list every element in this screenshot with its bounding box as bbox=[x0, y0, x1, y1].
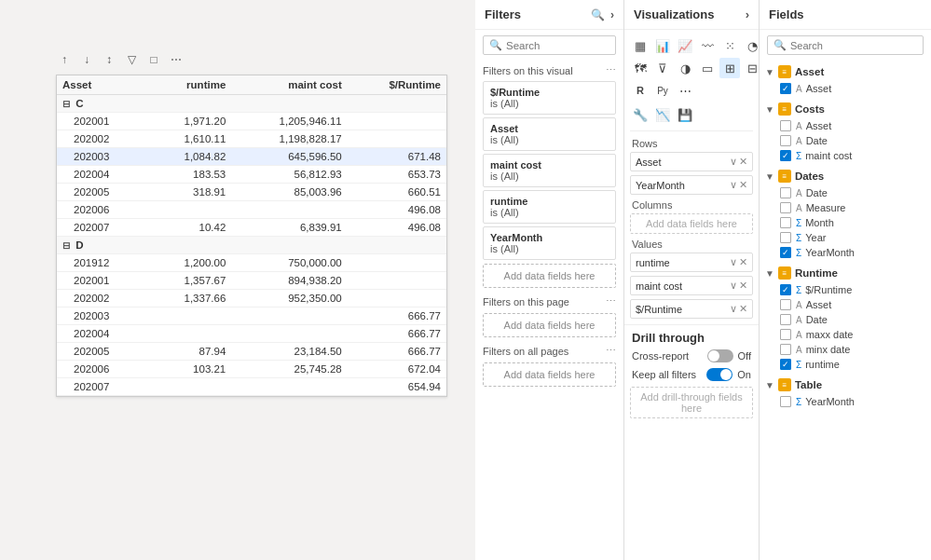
viz-format-icon[interactable]: 🔧 bbox=[630, 104, 650, 125]
filter-card-runtime[interactable]: runtime is (All) bbox=[483, 190, 616, 224]
field-group-table-header[interactable]: ▼ ≡ Table bbox=[760, 376, 931, 394]
field-item-dates-measure[interactable]: A Measure bbox=[760, 200, 931, 215]
cross-report-toggle-track[interactable] bbox=[707, 349, 733, 362]
field-item-runtime-minx[interactable]: A minx date bbox=[760, 342, 931, 357]
field-group-runtime: ▼ ≡ Runtime ✓ Σ $/Runtime A Asset A Date bbox=[760, 262, 931, 374]
filter-icon[interactable]: ▽ bbox=[123, 51, 140, 68]
val-maint-remove-icon[interactable]: ✕ bbox=[739, 280, 747, 292]
viz-area-chart-icon[interactable]: 〰 bbox=[697, 35, 718, 56]
viz-card-icon[interactable]: ▭ bbox=[697, 58, 718, 78]
field-item-table-yearmonth[interactable]: Σ YearMonth bbox=[760, 394, 931, 409]
field-item-runtime-date[interactable]: A Date bbox=[760, 312, 931, 327]
filter-section-more[interactable]: ⋯ bbox=[606, 64, 616, 76]
field-item-dates-date[interactable]: A Date bbox=[760, 185, 931, 200]
value-field-runtime[interactable]: runtime ∨ ✕ bbox=[630, 253, 753, 272]
viz-more-icon[interactable]: ⋯ bbox=[675, 80, 695, 101]
filter-all-more[interactable]: ⋯ bbox=[606, 345, 616, 357]
more-icon[interactable]: ⋯ bbox=[168, 51, 185, 68]
sort-asc-icon[interactable]: ↑ bbox=[56, 51, 73, 68]
cross-report-toggle-thumb bbox=[708, 350, 719, 362]
row-field-asset[interactable]: Asset ∨ ✕ bbox=[630, 152, 753, 171]
val-runtime-remove-icon[interactable]: ✕ bbox=[739, 256, 747, 268]
viz-analytics-icon[interactable]: 📉 bbox=[652, 104, 673, 125]
row-asset-chevron-icon[interactable]: ∨ bbox=[730, 156, 737, 168]
viz-map-icon[interactable]: 🗺 bbox=[630, 58, 650, 78]
row-asset-remove-icon[interactable]: ✕ bbox=[739, 156, 747, 168]
drill-through-section: Drill through Cross-report Off Keep all … bbox=[624, 324, 759, 421]
filter-card-asset[interactable]: Asset is (All) bbox=[483, 117, 616, 151]
field-group-dates-header[interactable]: ▼ ≡ Dates bbox=[760, 167, 931, 185]
col-header-maint-cost[interactable]: maint cost bbox=[231, 75, 347, 95]
filters-search-input[interactable] bbox=[506, 40, 609, 51]
row-field-yearmonth[interactable]: YearMonth ∨ ✕ bbox=[630, 175, 753, 195]
viz-column-chart-icon[interactable]: 📊 bbox=[652, 35, 673, 56]
field-item-costs-maint[interactable]: ✓ Σ maint cost bbox=[760, 148, 931, 163]
col-header-asset[interactable]: Asset bbox=[57, 75, 148, 95]
col-header-dollar-runtime[interactable]: $/Runtime bbox=[348, 75, 446, 95]
fields-search-box[interactable]: 🔍 bbox=[767, 35, 924, 55]
field-item-dates-year[interactable]: Σ Year bbox=[760, 230, 931, 245]
field-item-costs-asset[interactable]: A Asset bbox=[760, 118, 931, 133]
group-row-c[interactable]: ⊟ C bbox=[57, 95, 446, 113]
drill-add-zone[interactable]: Add drill-through fields here bbox=[630, 387, 753, 418]
viz-data-icon[interactable]: 💾 bbox=[675, 104, 695, 125]
filter-header-search-icon[interactable]: 🔍 bbox=[591, 8, 605, 21]
expand-icon[interactable]: □ bbox=[145, 51, 162, 68]
keep-filters-toggle-track[interactable] bbox=[706, 368, 732, 381]
val-dollar-remove-icon[interactable]: ✕ bbox=[739, 303, 747, 315]
filters-search-box[interactable]: 🔍 bbox=[483, 35, 616, 55]
sort-both-icon[interactable]: ↕ bbox=[101, 51, 117, 68]
viz-pie-icon[interactable]: ◔ bbox=[742, 35, 760, 56]
viz-py-icon[interactable]: Py bbox=[652, 80, 673, 101]
table-row: 202004666.77 bbox=[57, 325, 446, 343]
value-field-dollar-runtime[interactable]: $/Runtime ∨ ✕ bbox=[630, 299, 753, 319]
filter-card-yearmonth[interactable]: YearMonth is (All) bbox=[483, 226, 616, 260]
viz-divider bbox=[630, 130, 753, 131]
filter-add-fields-page[interactable]: Add data fields here bbox=[483, 313, 616, 337]
field-item-asset-asset[interactable]: ✓ A Asset bbox=[760, 81, 931, 96]
filter-add-fields-all[interactable]: Add data fields here bbox=[483, 362, 616, 387]
viz-line-chart-icon[interactable]: 📈 bbox=[675, 35, 695, 56]
viz-funnel-icon[interactable]: ⊽ bbox=[652, 58, 673, 78]
filter-card-maint-cost[interactable]: maint cost is (All) bbox=[483, 154, 616, 187]
field-item-runtime-runtime[interactable]: ✓ Σ runtime bbox=[760, 357, 931, 372]
field-item-runtime-dollar[interactable]: ✓ Σ $/Runtime bbox=[760, 282, 931, 297]
filter-header-chevron-icon[interactable]: › bbox=[610, 8, 614, 21]
fields-title: Fields bbox=[769, 7, 804, 21]
viz-gauge-icon[interactable]: ◑ bbox=[675, 58, 695, 78]
field-type-runtime-maxx: A bbox=[796, 330, 802, 340]
viz-scatter-icon[interactable]: ⁙ bbox=[719, 35, 740, 56]
field-check-costs-date bbox=[780, 135, 791, 146]
filters-header-icons: 🔍 › bbox=[591, 8, 614, 21]
fields-search-input[interactable] bbox=[790, 40, 917, 51]
viz-table-icon[interactable]: ⊞ bbox=[719, 58, 740, 78]
val-maint-chevron-icon[interactable]: ∨ bbox=[730, 280, 737, 292]
keep-filters-toggle[interactable]: On bbox=[706, 368, 751, 381]
field-item-dates-yearmonth[interactable]: ✓ Σ YearMonth bbox=[760, 245, 931, 260]
field-item-runtime-asset[interactable]: A Asset bbox=[760, 297, 931, 312]
viz-matrix-icon[interactable]: ⊟ bbox=[742, 58, 760, 78]
field-type-costs-date: A bbox=[796, 136, 802, 146]
filter-add-fields-visual[interactable]: Add data fields here bbox=[483, 264, 616, 288]
field-item-costs-date[interactable]: A Date bbox=[760, 133, 931, 148]
field-group-asset-header[interactable]: ▼ ≡ Asset bbox=[760, 62, 931, 81]
val-runtime-chevron-icon[interactable]: ∨ bbox=[730, 256, 737, 268]
field-item-runtime-maxx[interactable]: A maxx date bbox=[760, 327, 931, 342]
filter-page-more[interactable]: ⋯ bbox=[606, 295, 616, 307]
cross-report-toggle[interactable]: Off bbox=[707, 349, 751, 362]
value-field-maint-cost[interactable]: maint cost ∨ ✕ bbox=[630, 276, 753, 295]
viz-r-icon[interactable]: R bbox=[630, 80, 650, 101]
col-header-runtime[interactable]: runtime bbox=[148, 75, 231, 95]
field-group-costs-header[interactable]: ▼ ≡ Costs bbox=[760, 100, 931, 118]
row-yearmonth-chevron-icon[interactable]: ∨ bbox=[730, 179, 737, 191]
val-dollar-chevron-icon[interactable]: ∨ bbox=[730, 303, 737, 315]
columns-add-zone[interactable]: Add data fields here bbox=[630, 213, 753, 234]
viz-bar-chart-icon[interactable]: ▦ bbox=[630, 35, 650, 56]
sort-desc-icon[interactable]: ↓ bbox=[78, 51, 95, 68]
row-yearmonth-remove-icon[interactable]: ✕ bbox=[739, 179, 747, 191]
field-group-runtime-header[interactable]: ▼ ≡ Runtime bbox=[760, 264, 931, 282]
group-row-d[interactable]: ⊟ D bbox=[57, 237, 446, 254]
filter-card-dollar-runtime[interactable]: $/Runtime is (All) bbox=[483, 81, 616, 115]
field-item-dates-month[interactable]: Σ Month bbox=[760, 215, 931, 230]
viz-chevron-icon[interactable]: › bbox=[746, 7, 749, 21]
